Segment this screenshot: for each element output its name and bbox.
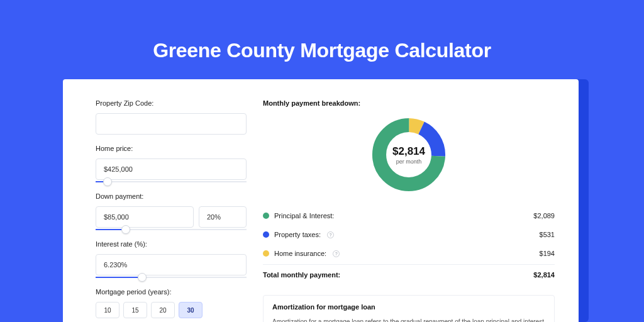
- period-10-button[interactable]: 10: [96, 302, 119, 318]
- slider-thumb[interactable]: [103, 177, 112, 186]
- zip-group: Property Zip Code:: [96, 99, 253, 135]
- home-price-slider[interactable]: [96, 181, 247, 182]
- page-title: Greene County Mortgage Calculator: [0, 0, 644, 62]
- legend-label: Property taxes:: [274, 231, 321, 238]
- rate-group: Interest rate (%):: [96, 240, 253, 278]
- total-label: Total monthly payment:: [263, 271, 340, 279]
- total-value: $2,814: [533, 271, 555, 279]
- zip-input[interactable]: [96, 113, 247, 135]
- dot-icon: [263, 250, 269, 257]
- legend-taxes: Property taxes: ? $531: [263, 225, 555, 244]
- rate-input[interactable]: [96, 254, 247, 275]
- dot-icon: [263, 213, 269, 219]
- legend-label: Principal & Interest:: [274, 212, 334, 219]
- down-amount-input[interactable]: [96, 206, 194, 228]
- legend-value: $531: [540, 231, 555, 238]
- home-price-label: Home price:: [96, 145, 253, 152]
- amortization-panel: Amortization for mortgage loan Amortizat…: [263, 295, 555, 322]
- legend-value: $2,089: [533, 212, 555, 219]
- donut-chart: $2,814 per month: [370, 116, 448, 194]
- calculator-card: Property Zip Code: Home price: Down paym…: [63, 79, 579, 322]
- form-column: Property Zip Code: Home price: Down paym…: [63, 89, 253, 322]
- zip-label: Property Zip Code:: [96, 99, 253, 107]
- legend-principal: Principal & Interest: $2,089: [263, 206, 555, 225]
- slider-thumb[interactable]: [121, 225, 130, 234]
- slider-thumb[interactable]: [138, 273, 147, 282]
- down-payment-slider[interactable]: [96, 229, 247, 230]
- home-price-input[interactable]: [96, 158, 247, 180]
- rate-label: Interest rate (%):: [96, 240, 253, 248]
- breakdown-heading: Monthly payment breakdown:: [263, 99, 555, 107]
- outer-card: Property Zip Code: Home price: Down paym…: [63, 79, 589, 322]
- legend-total: Total monthly payment: $2,814: [263, 264, 555, 286]
- legend-insurance: Home insurance: ? $194: [263, 244, 555, 263]
- period-group: Mortgage period (years): 10 15 20 30: [96, 288, 253, 318]
- donut-sub: per month: [392, 158, 425, 165]
- donut-wrap: $2,814 per month: [263, 116, 555, 194]
- period-15-button[interactable]: 15: [123, 302, 147, 318]
- down-payment-label: Down payment:: [96, 192, 253, 200]
- amortization-body: Amortization for a mortgage loan refers …: [272, 317, 545, 322]
- period-label: Mortgage period (years):: [96, 288, 253, 296]
- period-20-button[interactable]: 20: [151, 302, 175, 318]
- donut-center: $2,814 per month: [392, 145, 425, 165]
- rate-slider[interactable]: [96, 277, 247, 278]
- page-root: Greene County Mortgage Calculator Proper…: [0, 0, 644, 322]
- dot-icon: [263, 231, 269, 238]
- legend-value: $194: [540, 250, 555, 257]
- amortization-heading: Amortization for mortgage loan: [272, 303, 545, 311]
- breakdown-column: Monthly payment breakdown: $2,814: [253, 89, 555, 322]
- help-icon[interactable]: ?: [333, 250, 340, 257]
- help-icon[interactable]: ?: [327, 231, 334, 238]
- home-price-group: Home price:: [96, 145, 253, 182]
- donut-amount: $2,814: [392, 145, 425, 158]
- legend-label: Home insurance:: [274, 250, 326, 257]
- down-percent-input[interactable]: [199, 206, 247, 228]
- period-30-button[interactable]: 30: [179, 302, 203, 318]
- down-payment-group: Down payment:: [96, 192, 253, 230]
